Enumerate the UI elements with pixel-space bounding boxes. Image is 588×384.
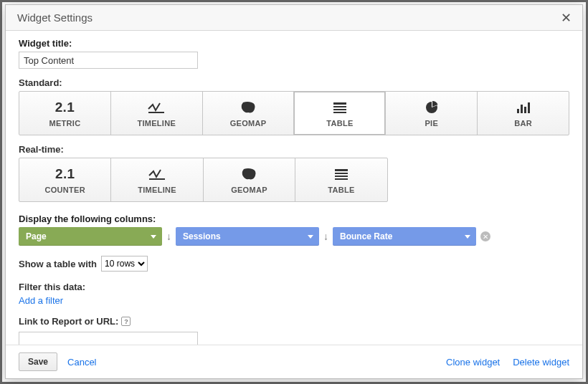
link-report-input[interactable]	[19, 332, 198, 345]
delete-widget-link[interactable]: Delete widget	[513, 357, 569, 368]
chevron-down-icon	[151, 235, 156, 239]
dialog-header: Widget Settings ✕	[6, 5, 582, 31]
widget-type-label: PIE	[425, 119, 438, 128]
link-report-label: Link to Report or URL:	[19, 316, 118, 327]
table-icon	[332, 166, 351, 182]
standard-type-metric[interactable]: 2.1METRIC	[19, 92, 111, 135]
realtime-label: Real-time:	[19, 144, 569, 155]
realtime-type-row: 2.1COUNTERTIMELINEGEOMAPTABLE	[19, 158, 388, 202]
metric2-select[interactable]: Bounce Rate	[333, 227, 476, 246]
timeline-icon	[148, 166, 166, 182]
svg-rect-9	[528, 102, 530, 113]
standard-type-table[interactable]: TABLE	[294, 92, 386, 135]
timeline-icon	[147, 100, 166, 115]
widget-type-label: TIMELINE	[138, 186, 176, 194]
svg-rect-11	[335, 169, 348, 171]
chevron-down-icon	[465, 235, 470, 239]
widget-type-label: METRIC	[49, 119, 80, 128]
geomap-icon	[240, 166, 258, 182]
geomap-icon	[239, 100, 257, 115]
standard-type-bar[interactable]: BAR	[478, 92, 569, 135]
filter-label: Filter this data:	[19, 282, 569, 292]
widget-type-label: TIMELINE	[137, 119, 176, 128]
dialog-footer: Save Cancel Clone widget Delete widget	[6, 345, 582, 378]
svg-rect-7	[521, 105, 523, 113]
metric-icon: 2.1	[55, 166, 75, 182]
metric2-value: Bounce Rate	[340, 231, 392, 241]
dialog-body: Widget title: Standard: 2.1METRICTIMELIN…	[6, 31, 582, 345]
svg-rect-13	[335, 176, 348, 177]
svg-rect-4	[333, 112, 346, 113]
realtime-type-timeline[interactable]: TIMELINE	[111, 158, 203, 201]
svg-rect-6	[517, 109, 519, 113]
metric1-select[interactable]: Sessions	[176, 227, 319, 246]
realtime-type-geomap[interactable]: GEOMAP	[204, 158, 295, 201]
table-icon	[331, 100, 349, 115]
realtime-type-counter[interactable]: 2.1COUNTER	[19, 158, 111, 201]
widget-type-label: TABLE	[328, 186, 354, 194]
standard-type-geomap[interactable]: GEOMAP	[203, 92, 295, 135]
arrow-down-icon: ↓	[323, 231, 328, 242]
row-count-row: Show a table with 5 rows10 rows25 rows	[19, 256, 569, 272]
metric-icon: 2.1	[55, 100, 75, 115]
pie-icon	[422, 100, 441, 115]
help-icon[interactable]: ?	[121, 317, 131, 326]
svg-rect-8	[524, 107, 526, 113]
svg-rect-2	[333, 106, 346, 107]
close-icon: ✕	[561, 10, 572, 26]
widget-title-input[interactable]	[19, 52, 198, 69]
widget-settings-dialog: Widget Settings ✕ Widget title: Standard…	[5, 4, 583, 379]
close-button[interactable]: ✕	[555, 7, 577, 29]
svg-rect-14	[335, 178, 348, 180]
standard-label: Standard:	[19, 77, 569, 88]
standard-type-timeline[interactable]: TIMELINE	[111, 92, 203, 135]
metric1-value: Sessions	[183, 231, 221, 241]
remove-column-button[interactable]: ✕	[480, 231, 490, 241]
dialog-title: Widget Settings	[17, 11, 555, 24]
dimension-value: Page	[26, 231, 47, 241]
realtime-type-table[interactable]: TABLE	[295, 158, 387, 201]
svg-rect-1	[333, 102, 346, 105]
svg-rect-3	[333, 109, 346, 110]
clone-widget-link[interactable]: Clone widget	[446, 357, 500, 368]
widget-title-label: Widget title:	[19, 38, 569, 49]
save-button[interactable]: Save	[19, 352, 57, 371]
svg-rect-12	[335, 173, 348, 174]
widget-type-label: COUNTER	[44, 186, 85, 194]
arrow-down-icon: ↓	[166, 231, 171, 242]
widget-type-label: GEOMAP	[230, 119, 267, 128]
add-filter-link[interactable]: Add a filter	[19, 295, 569, 306]
widget-type-label: GEOMAP	[231, 186, 267, 194]
dimension-select[interactable]: Page	[19, 227, 162, 246]
link-report-label-row: Link to Report or URL: ?	[19, 316, 569, 327]
standard-type-pie[interactable]: PIE	[386, 92, 478, 135]
cancel-link[interactable]: Cancel	[67, 357, 96, 368]
chevron-down-icon	[308, 235, 313, 239]
row-count-select[interactable]: 5 rows10 rows25 rows	[101, 256, 148, 272]
standard-type-row: 2.1METRICTIMELINEGEOMAPTABLEPIEBAR	[19, 91, 569, 135]
columns-label: Display the following columns:	[19, 213, 569, 224]
widget-type-label: BAR	[514, 119, 532, 128]
widget-type-label: TABLE	[326, 119, 353, 128]
bar-icon	[514, 100, 533, 115]
row-count-label: Show a table with	[19, 259, 97, 269]
columns-row: Page ↓ Sessions ↓ Bounce Rate ✕	[19, 227, 569, 246]
